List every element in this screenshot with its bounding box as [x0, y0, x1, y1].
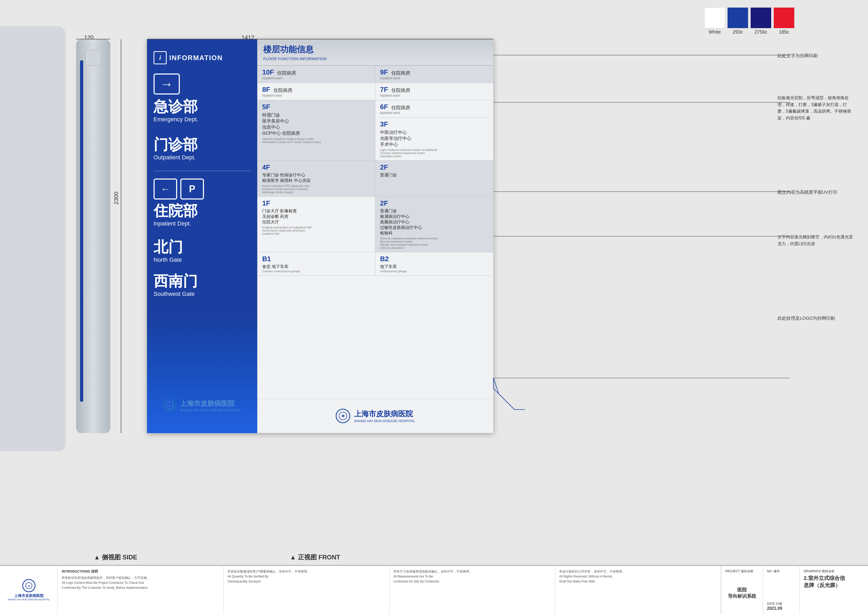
floor-num-9f: 9F	[380, 68, 388, 76]
floor-row-4: 4F 专家门诊 性病诊疗中心 精准医学 病理科 中心供应 Expert outp…	[257, 161, 493, 197]
floor-header: 楼层功能信息 FLOOR FUNCTION INFORMATION	[257, 40, 493, 66]
floor-zh-b1: 食堂 地下车库	[262, 264, 370, 270]
swatch-box-2756c	[750, 7, 772, 28]
floor-cell-4f-right-empty: 2F 普通门诊	[375, 161, 493, 196]
footer-project-section: PROJECT 项目名称 医院 导向标识系统	[721, 566, 763, 614]
floor-cell-b2: B2 地下车库 Underground garage	[375, 252, 493, 275]
floor-zh-8f: 住院病房	[273, 88, 292, 93]
hospital-name-zh-blue: 上海市皮肤病医院	[180, 399, 241, 408]
separator-1	[153, 171, 251, 171]
hospital-logo-circle-blue: ⊕	[163, 399, 176, 412]
swatch-box-293c	[727, 7, 748, 28]
color-swatches: White 293c 2756c 185c	[704, 7, 795, 35]
side-top-cap	[85, 50, 101, 66]
floor-en-2f: General outpatient psoriasis treatment c…	[380, 237, 488, 250]
floor-en-b1: Canteen underground garage	[262, 270, 370, 273]
floor-zh-2f-preview: 普通门诊	[380, 172, 488, 178]
note-laser-engrave: 文字内容激光雕刻镂空，内衬白色透光亚克力，内置LED光源	[777, 234, 854, 247]
swatch-293c: 293c	[727, 7, 748, 35]
floor-row-1-2: 1F 门诊大厅 影像检查 无创诊断 药房 住院大厅 Imaging examin…	[257, 197, 493, 252]
floor-title-en: FLOOR FUNCTION INFORMATION	[263, 56, 487, 61]
floor-zh-10f: 住院病房	[277, 70, 296, 76]
floor-zh-3f: 中医治疗中心 光医学治疗中心 手术中心	[380, 129, 488, 147]
floor-zh-9f: 住院病房	[391, 70, 410, 76]
footer-logo-en: SHANG HAI SKIN DISEASE HOSPITAL	[8, 598, 50, 601]
footer-intro-text-2: 所有标识数量须经客户/测量师确认，未经许可，不得擅用。 All Quantity…	[228, 569, 385, 585]
footer-intro-text-1: 所有标识内容须由承建商核对，并经客户核实确认，方可实施。 All Logo Co…	[62, 575, 219, 591]
hospital-logo-blue-panel: ⊕ 上海市皮肤病医院 SHANG HAI SKIN DISEASE HOSPIT…	[147, 399, 257, 412]
footer-intro-text-3: 所有尺寸由承建商现场核实确认，未经许可，不得擅用。 All Measuremen…	[394, 569, 551, 585]
north-gate-section: 北门 North Gate	[153, 239, 183, 263]
footer-logo-svg: ⊕	[25, 582, 33, 589]
swatch-label-293c: 293c	[733, 29, 743, 35]
floor-cell-6f: 6F 住院病房 Inpatient ward 3F 中医治疗中心 光医学治疗中心…	[375, 100, 493, 160]
emergency-name-en: Emergency Dept.	[153, 116, 198, 123]
southwest-gate-section: 西南门 Southwest Gate	[153, 273, 198, 298]
footer-project-value: 医院 导向标识系统	[725, 575, 759, 611]
floor-cell-6f-top: 6F 住院病房 Inpatient ward	[380, 103, 488, 118]
floor-row-8-7: 8F 住院病房 Inpatient ward 7F 住院病房 Inpatient…	[257, 83, 493, 100]
floor-zh-1f: 门诊大厅 影像检查 无创诊断 药房 住院大厅	[262, 208, 370, 225]
note-aluminum: 铝板激光切割，折弯成型，棱角倒角处理，焊接，打磨，3遍腻子灰打底，打磨，5遍氟碳…	[777, 95, 854, 121]
inpatient-section: ← P 住院部 Inpatient Dept.	[153, 178, 204, 227]
inpatient-name-zh: 住院部	[153, 203, 204, 219]
floor-zh-2f: 普通门诊 银屑病治疗中心 真菌病治疗中心 过敏性皮肤病治疗中心 检验科	[380, 208, 488, 236]
floor-en-9f: Inpatient ward	[380, 76, 488, 80]
floor-row-b: B1 食堂 地下车库 Canteen underground garage B2…	[257, 252, 493, 276]
footer-intro-section-1: INTRODUCTIONS 说明 所有标识内容须由承建商核对，并经客户核实确认，…	[58, 566, 224, 614]
floor-en-4f: Expert outpatient STD diagnosis and trea…	[262, 184, 370, 194]
swatch-label-185c: 185c	[779, 29, 789, 35]
floor-num-2f: 2F	[380, 199, 388, 207]
dim-arrow-height-left	[121, 39, 121, 433]
info-icon-symbol: i	[159, 54, 161, 61]
footer-intro-text-4: 本设计版权归公司所有，未经许可，不得擅用。 All Rights Reserve…	[559, 569, 717, 585]
floor-num-10f: 10F	[262, 68, 274, 76]
swatch-box-white	[704, 7, 725, 28]
panel-hospital-footer: ⊕ 上海市皮肤病医院 SHANG HAI SKIN DISEASE HOSPIT…	[257, 399, 493, 433]
footer-logo-inner: ⊕ 上海市皮肤病医院 SHANG HAI SKIN DISEASE HOSPIT…	[8, 579, 50, 601]
outpatient-section: 门诊部 Outpatient Dept.	[153, 136, 198, 161]
floor-num-2f-label: 2F	[380, 163, 388, 171]
floor-zh-b2: 地下车库	[380, 264, 488, 270]
note-uv-print: 图文内容为高精度平面UV打印	[777, 189, 854, 196]
footer-logo-circle: ⊕	[22, 579, 36, 592]
southwest-gate-name-en: Southwest Gate	[153, 291, 198, 298]
floor-cell-7f: 7F 住院病房 Inpatient ward	[375, 83, 493, 100]
footer-project-title: PROJECT 项目名称	[725, 569, 759, 574]
footer-no-title: NO. 编号	[767, 569, 795, 574]
inpatient-icons-row: ← P	[153, 178, 204, 200]
floor-num-b1: B1	[262, 255, 271, 263]
footer-logo-zh: 上海市皮肤病医院	[8, 594, 50, 598]
outpatient-name-zh: 门诊部	[153, 136, 198, 153]
floor-row-5-6: 5F 特需门诊 医学美容中心 信息中心 GCP中心 住院病房 Special o…	[257, 100, 493, 161]
hospital-name-bottom: 上海市皮肤病医院 SHANG HAI SKIN DISEASE HOSPITAL	[180, 399, 241, 412]
floor-num-7f: 7F	[380, 85, 388, 93]
hospital-footer-name-zh: 上海市皮肤病医院	[354, 409, 415, 419]
hospital-footer-text: 上海市皮肤病医院 SHANG HAI SKIN DISEASE HOSPITAL	[354, 409, 415, 423]
swatch-label-2756c: 2756c	[754, 29, 767, 35]
floor-cell-9f-right: 9F 住院病房 Inpatient ward	[375, 66, 493, 83]
parking-symbol: P	[189, 183, 195, 194]
footer-bar: ⊕ 上海市皮肤病医院 SHANG HAI SKIN DISEASE HOSPIT…	[0, 566, 868, 614]
front-view-label-text: ▲ 正视图 FRONT	[290, 554, 340, 561]
north-gate-name-zh: 北门	[153, 239, 183, 255]
side-pole-blue-strip	[80, 60, 83, 402]
floor-num-4f: 4F	[262, 163, 270, 171]
footer-no-section: NO. 编号 DATE 日期 2021.09	[763, 566, 800, 614]
swatch-label-white: White	[709, 29, 721, 35]
emergency-arrow-icon: →	[153, 73, 180, 95]
floor-num-8f: 8F	[262, 85, 270, 93]
footer-logo-section: ⊕ 上海市皮肤病医院 SHANG HAI SKIN DISEASE HOSPIT…	[0, 566, 58, 614]
north-gate-name-en: North Gate	[153, 256, 183, 263]
info-header-row: i INFORMATION	[153, 51, 223, 64]
floor-cell-b1: B1 食堂 地下车库 Canteen underground garage	[257, 252, 375, 275]
side-view-label: ▲ 侧视图 SIDE	[76, 553, 155, 561]
note-silk-print: 此处文字为丝网印刷	[777, 53, 854, 59]
emergency-section: → 急诊部 Emergency Dept.	[153, 73, 198, 123]
footer-intro-section-4: 本设计版权归公司所有，未经许可，不得擅用。 All Rights Reserve…	[555, 566, 721, 614]
floor-zh-4f: 专家门诊 性病诊疗中心 精准医学 病理科 中心供应	[262, 172, 370, 183]
floor-num-6f: 6F	[380, 103, 388, 111]
inpatient-name-en: Inpatient Dept.	[153, 220, 204, 227]
emergency-arrow-symbol: →	[160, 76, 173, 91]
floor-cell-8f: 8F 住院病房 Inpatient ward	[257, 83, 375, 100]
